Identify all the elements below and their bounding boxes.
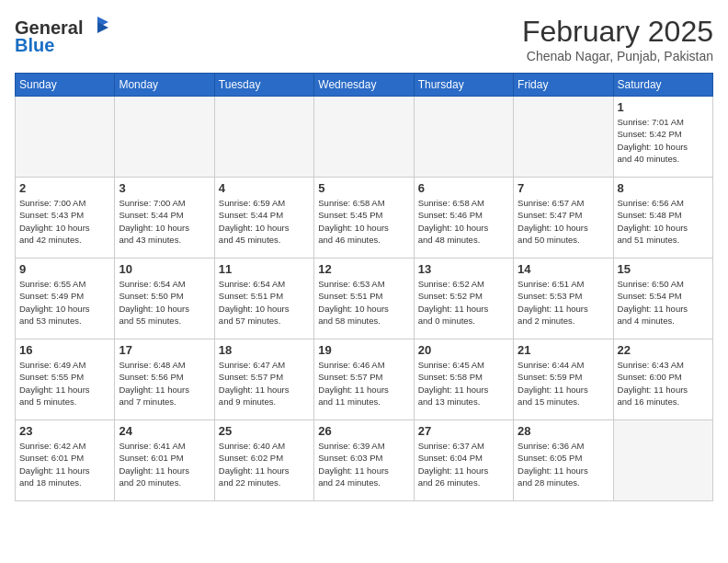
day-number: 26	[318, 424, 409, 438]
weekday-header-thursday: Thursday	[414, 74, 513, 97]
weekday-header-tuesday: Tuesday	[214, 74, 313, 97]
day-info: Sunrise: 6:57 AM Sunset: 5:47 PM Dayligh…	[518, 197, 609, 246]
day-info: Sunrise: 6:54 AM Sunset: 5:51 PM Dayligh…	[219, 278, 310, 327]
day-info: Sunrise: 6:56 AM Sunset: 5:48 PM Dayligh…	[618, 197, 709, 246]
calendar-cell: 5Sunrise: 6:58 AM Sunset: 5:45 PM Daylig…	[314, 178, 414, 259]
day-number: 9	[19, 262, 110, 276]
day-info: Sunrise: 6:51 AM Sunset: 5:53 PM Dayligh…	[518, 278, 609, 327]
day-number: 17	[119, 343, 210, 357]
calendar-cell: 27Sunrise: 6:37 AM Sunset: 6:04 PM Dayli…	[414, 420, 513, 501]
day-info: Sunrise: 6:41 AM Sunset: 6:01 PM Dayligh…	[119, 440, 210, 488]
weekday-header-monday: Monday	[115, 74, 214, 97]
calendar-cell: 3Sunrise: 7:00 AM Sunset: 5:44 PM Daylig…	[115, 178, 214, 259]
day-number: 24	[119, 424, 210, 438]
calendar-cell: 18Sunrise: 6:47 AM Sunset: 5:57 PM Dayli…	[214, 339, 313, 420]
calendar-cell: 12Sunrise: 6:53 AM Sunset: 5:51 PM Dayli…	[314, 259, 414, 339]
day-info: Sunrise: 7:01 AM Sunset: 5:42 PM Dayligh…	[618, 116, 709, 165]
calendar-cell: 10Sunrise: 6:54 AM Sunset: 5:50 PM Dayli…	[115, 259, 214, 339]
calendar-cell: 24Sunrise: 6:41 AM Sunset: 6:01 PM Dayli…	[115, 420, 214, 501]
calendar-week-2: 2Sunrise: 7:00 AM Sunset: 5:43 PM Daylig…	[16, 178, 713, 259]
day-info: Sunrise: 6:45 AM Sunset: 5:58 PM Dayligh…	[418, 359, 509, 408]
day-info: Sunrise: 6:59 AM Sunset: 5:44 PM Dayligh…	[219, 197, 310, 246]
calendar-cell: 21Sunrise: 6:44 AM Sunset: 5:59 PM Dayli…	[514, 339, 613, 420]
calendar-table: SundayMondayTuesdayWednesdayThursdayFrid…	[15, 73, 713, 501]
calendar-cell	[16, 97, 115, 178]
day-info: Sunrise: 6:52 AM Sunset: 5:52 PM Dayligh…	[418, 278, 509, 327]
day-info: Sunrise: 6:53 AM Sunset: 5:51 PM Dayligh…	[318, 278, 409, 327]
day-info: Sunrise: 6:58 AM Sunset: 5:46 PM Dayligh…	[418, 197, 509, 246]
day-number: 6	[418, 181, 509, 195]
day-info: Sunrise: 6:36 AM Sunset: 6:05 PM Dayligh…	[518, 440, 609, 488]
day-number: 22	[618, 343, 709, 357]
weekday-header-sunday: Sunday	[16, 74, 115, 97]
calendar-cell	[115, 97, 214, 178]
day-info: Sunrise: 6:50 AM Sunset: 5:54 PM Dayligh…	[618, 278, 709, 327]
day-info: Sunrise: 6:47 AM Sunset: 5:57 PM Dayligh…	[219, 359, 310, 408]
calendar-cell	[314, 97, 414, 178]
day-number: 21	[518, 343, 609, 357]
day-info: Sunrise: 6:46 AM Sunset: 5:57 PM Dayligh…	[318, 359, 409, 408]
calendar-cell: 16Sunrise: 6:49 AM Sunset: 5:55 PM Dayli…	[16, 339, 115, 420]
calendar-week-1: 1Sunrise: 7:01 AM Sunset: 5:42 PM Daylig…	[16, 97, 713, 178]
day-info: Sunrise: 6:55 AM Sunset: 5:49 PM Dayligh…	[19, 278, 110, 327]
calendar-cell: 1Sunrise: 7:01 AM Sunset: 5:42 PM Daylig…	[613, 97, 712, 178]
weekday-header-wednesday: Wednesday	[314, 74, 414, 97]
calendar-cell: 4Sunrise: 6:59 AM Sunset: 5:44 PM Daylig…	[214, 178, 313, 259]
day-info: Sunrise: 6:40 AM Sunset: 6:02 PM Dayligh…	[219, 440, 310, 488]
day-info: Sunrise: 6:49 AM Sunset: 5:55 PM Dayligh…	[19, 359, 110, 408]
calendar-cell	[414, 97, 513, 178]
day-number: 2	[19, 181, 110, 195]
calendar-cell: 28Sunrise: 6:36 AM Sunset: 6:05 PM Dayli…	[514, 420, 613, 501]
weekday-header-row: SundayMondayTuesdayWednesdayThursdayFrid…	[16, 74, 713, 97]
calendar-cell: 15Sunrise: 6:50 AM Sunset: 5:54 PM Dayli…	[613, 259, 712, 339]
day-number: 19	[318, 343, 409, 357]
calendar-cell: 14Sunrise: 6:51 AM Sunset: 5:53 PM Dayli…	[514, 259, 613, 339]
calendar-cell: 20Sunrise: 6:45 AM Sunset: 5:58 PM Dayli…	[414, 339, 513, 420]
title-block: February 2025 Chenab Nagar, Punjab, Paki…	[522, 15, 713, 63]
calendar-cell: 13Sunrise: 6:52 AM Sunset: 5:52 PM Dayli…	[414, 259, 513, 339]
day-info: Sunrise: 6:48 AM Sunset: 5:56 PM Dayligh…	[119, 359, 210, 408]
calendar-cell	[214, 97, 313, 178]
day-info: Sunrise: 6:39 AM Sunset: 6:03 PM Dayligh…	[318, 440, 409, 488]
calendar-cell: 6Sunrise: 6:58 AM Sunset: 5:46 PM Daylig…	[414, 178, 513, 259]
day-info: Sunrise: 6:54 AM Sunset: 5:50 PM Dayligh…	[119, 278, 210, 327]
day-number: 1	[618, 100, 709, 114]
day-number: 11	[219, 262, 310, 276]
day-number: 18	[219, 343, 310, 357]
calendar-week-4: 16Sunrise: 6:49 AM Sunset: 5:55 PM Dayli…	[16, 339, 713, 420]
calendar-cell	[514, 97, 613, 178]
day-number: 15	[618, 262, 709, 276]
calendar-cell: 9Sunrise: 6:55 AM Sunset: 5:49 PM Daylig…	[16, 259, 115, 339]
day-number: 3	[119, 181, 210, 195]
weekday-header-friday: Friday	[514, 74, 613, 97]
logo-blue: Blue	[15, 35, 54, 56]
calendar-cell: 26Sunrise: 6:39 AM Sunset: 6:03 PM Dayli…	[314, 420, 414, 501]
day-number: 28	[518, 424, 609, 438]
day-number: 27	[418, 424, 509, 438]
logo: General Blue	[15, 15, 110, 56]
calendar-cell: 8Sunrise: 6:56 AM Sunset: 5:48 PM Daylig…	[613, 178, 712, 259]
day-number: 10	[119, 262, 210, 276]
day-info: Sunrise: 6:44 AM Sunset: 5:59 PM Dayligh…	[518, 359, 609, 408]
calendar-cell: 7Sunrise: 6:57 AM Sunset: 5:47 PM Daylig…	[514, 178, 613, 259]
weekday-header-saturday: Saturday	[613, 74, 712, 97]
calendar-cell: 2Sunrise: 7:00 AM Sunset: 5:43 PM Daylig…	[16, 178, 115, 259]
calendar-cell: 17Sunrise: 6:48 AM Sunset: 5:56 PM Dayli…	[115, 339, 214, 420]
calendar-cell: 11Sunrise: 6:54 AM Sunset: 5:51 PM Dayli…	[214, 259, 313, 339]
calendar-cell: 25Sunrise: 6:40 AM Sunset: 6:02 PM Dayli…	[214, 420, 313, 501]
day-info: Sunrise: 7:00 AM Sunset: 5:43 PM Dayligh…	[19, 197, 110, 246]
calendar-cell: 23Sunrise: 6:42 AM Sunset: 6:01 PM Dayli…	[16, 420, 115, 501]
month-title: February 2025	[522, 15, 713, 49]
day-number: 13	[418, 262, 509, 276]
calendar-week-5: 23Sunrise: 6:42 AM Sunset: 6:01 PM Dayli…	[16, 420, 713, 501]
day-info: Sunrise: 6:43 AM Sunset: 6:00 PM Dayligh…	[618, 359, 709, 408]
day-info: Sunrise: 6:37 AM Sunset: 6:04 PM Dayligh…	[418, 440, 509, 488]
day-info: Sunrise: 6:58 AM Sunset: 5:45 PM Dayligh…	[318, 197, 409, 246]
calendar-week-3: 9Sunrise: 6:55 AM Sunset: 5:49 PM Daylig…	[16, 259, 713, 339]
day-number: 5	[318, 181, 409, 195]
day-number: 7	[518, 181, 609, 195]
day-number: 12	[318, 262, 409, 276]
page-header: General Blue February 2025 Chenab Nagar,…	[15, 15, 713, 63]
logo-flag-icon	[85, 15, 110, 40]
day-number: 20	[418, 343, 509, 357]
